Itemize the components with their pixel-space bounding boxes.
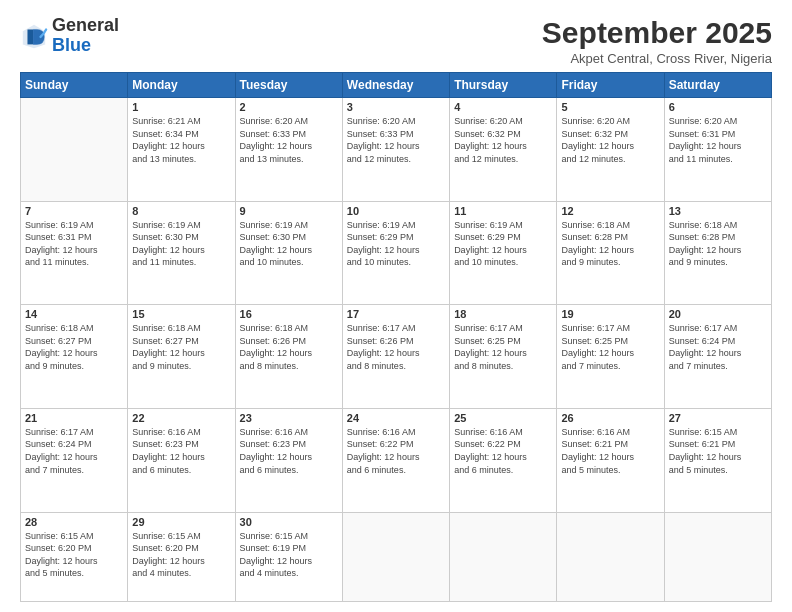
- table-row: 8Sunrise: 6:19 AMSunset: 6:30 PMDaylight…: [128, 201, 235, 305]
- day-info: Sunrise: 6:18 AMSunset: 6:28 PMDaylight:…: [669, 219, 767, 269]
- day-number: 5: [561, 101, 659, 113]
- table-row: 1Sunrise: 6:21 AMSunset: 6:34 PMDaylight…: [128, 98, 235, 202]
- table-row: 17Sunrise: 6:17 AMSunset: 6:26 PMDayligh…: [342, 305, 449, 409]
- day-number: 19: [561, 308, 659, 320]
- day-info: Sunrise: 6:19 AMSunset: 6:31 PMDaylight:…: [25, 219, 123, 269]
- day-info: Sunrise: 6:19 AMSunset: 6:30 PMDaylight:…: [240, 219, 338, 269]
- col-monday: Monday: [128, 73, 235, 98]
- table-row: 16Sunrise: 6:18 AMSunset: 6:26 PMDayligh…: [235, 305, 342, 409]
- table-row: 27Sunrise: 6:15 AMSunset: 6:21 PMDayligh…: [664, 408, 771, 512]
- day-number: 2: [240, 101, 338, 113]
- day-info: Sunrise: 6:21 AMSunset: 6:34 PMDaylight:…: [132, 115, 230, 165]
- day-info: Sunrise: 6:18 AMSunset: 6:26 PMDaylight:…: [240, 322, 338, 372]
- table-row: 15Sunrise: 6:18 AMSunset: 6:27 PMDayligh…: [128, 305, 235, 409]
- day-info: Sunrise: 6:18 AMSunset: 6:27 PMDaylight:…: [132, 322, 230, 372]
- day-info: Sunrise: 6:18 AMSunset: 6:28 PMDaylight:…: [561, 219, 659, 269]
- day-info: Sunrise: 6:17 AMSunset: 6:25 PMDaylight:…: [561, 322, 659, 372]
- main-title: September 2025: [542, 16, 772, 49]
- subtitle: Akpet Central, Cross River, Nigeria: [542, 51, 772, 66]
- col-thursday: Thursday: [450, 73, 557, 98]
- calendar-table: Sunday Monday Tuesday Wednesday Thursday…: [20, 72, 772, 602]
- day-number: 30: [240, 516, 338, 528]
- logo: General Blue: [20, 16, 119, 56]
- day-number: 21: [25, 412, 123, 424]
- page: General Blue September 2025 Akpet Centra…: [0, 0, 792, 612]
- col-saturday: Saturday: [664, 73, 771, 98]
- day-info: Sunrise: 6:20 AMSunset: 6:33 PMDaylight:…: [347, 115, 445, 165]
- day-number: 29: [132, 516, 230, 528]
- table-row: 13Sunrise: 6:18 AMSunset: 6:28 PMDayligh…: [664, 201, 771, 305]
- table-row: [557, 512, 664, 602]
- day-number: 14: [25, 308, 123, 320]
- table-row: 2Sunrise: 6:20 AMSunset: 6:33 PMDaylight…: [235, 98, 342, 202]
- day-info: Sunrise: 6:16 AMSunset: 6:22 PMDaylight:…: [454, 426, 552, 476]
- day-number: 9: [240, 205, 338, 217]
- day-info: Sunrise: 6:18 AMSunset: 6:27 PMDaylight:…: [25, 322, 123, 372]
- day-number: 28: [25, 516, 123, 528]
- day-number: 16: [240, 308, 338, 320]
- header: General Blue September 2025 Akpet Centra…: [20, 16, 772, 66]
- title-block: September 2025 Akpet Central, Cross Rive…: [542, 16, 772, 66]
- day-info: Sunrise: 6:16 AMSunset: 6:23 PMDaylight:…: [132, 426, 230, 476]
- day-info: Sunrise: 6:20 AMSunset: 6:31 PMDaylight:…: [669, 115, 767, 165]
- table-row: 4Sunrise: 6:20 AMSunset: 6:32 PMDaylight…: [450, 98, 557, 202]
- table-row: 21Sunrise: 6:17 AMSunset: 6:24 PMDayligh…: [21, 408, 128, 512]
- day-number: 25: [454, 412, 552, 424]
- day-info: Sunrise: 6:17 AMSunset: 6:24 PMDaylight:…: [669, 322, 767, 372]
- day-number: 13: [669, 205, 767, 217]
- table-row: 26Sunrise: 6:16 AMSunset: 6:21 PMDayligh…: [557, 408, 664, 512]
- day-info: Sunrise: 6:16 AMSunset: 6:21 PMDaylight:…: [561, 426, 659, 476]
- day-info: Sunrise: 6:15 AMSunset: 6:21 PMDaylight:…: [669, 426, 767, 476]
- day-number: 3: [347, 101, 445, 113]
- table-row: 24Sunrise: 6:16 AMSunset: 6:22 PMDayligh…: [342, 408, 449, 512]
- day-number: 12: [561, 205, 659, 217]
- col-tuesday: Tuesday: [235, 73, 342, 98]
- day-number: 24: [347, 412, 445, 424]
- day-info: Sunrise: 6:19 AMSunset: 6:30 PMDaylight:…: [132, 219, 230, 269]
- table-row: [450, 512, 557, 602]
- logo-text: General Blue: [52, 16, 119, 56]
- table-row: 20Sunrise: 6:17 AMSunset: 6:24 PMDayligh…: [664, 305, 771, 409]
- day-number: 27: [669, 412, 767, 424]
- logo-general: General: [52, 15, 119, 35]
- table-row: [342, 512, 449, 602]
- table-row: 10Sunrise: 6:19 AMSunset: 6:29 PMDayligh…: [342, 201, 449, 305]
- day-info: Sunrise: 6:17 AMSunset: 6:24 PMDaylight:…: [25, 426, 123, 476]
- header-row: Sunday Monday Tuesday Wednesday Thursday…: [21, 73, 772, 98]
- day-info: Sunrise: 6:15 AMSunset: 6:20 PMDaylight:…: [25, 530, 123, 580]
- day-info: Sunrise: 6:20 AMSunset: 6:32 PMDaylight:…: [454, 115, 552, 165]
- day-number: 10: [347, 205, 445, 217]
- day-number: 23: [240, 412, 338, 424]
- table-row: 12Sunrise: 6:18 AMSunset: 6:28 PMDayligh…: [557, 201, 664, 305]
- table-row: 23Sunrise: 6:16 AMSunset: 6:23 PMDayligh…: [235, 408, 342, 512]
- day-info: Sunrise: 6:15 AMSunset: 6:20 PMDaylight:…: [132, 530, 230, 580]
- table-row: [664, 512, 771, 602]
- day-number: 22: [132, 412, 230, 424]
- day-number: 1: [132, 101, 230, 113]
- col-wednesday: Wednesday: [342, 73, 449, 98]
- table-row: 30Sunrise: 6:15 AMSunset: 6:19 PMDayligh…: [235, 512, 342, 602]
- day-number: 7: [25, 205, 123, 217]
- day-info: Sunrise: 6:17 AMSunset: 6:25 PMDaylight:…: [454, 322, 552, 372]
- day-number: 4: [454, 101, 552, 113]
- day-number: 6: [669, 101, 767, 113]
- day-info: Sunrise: 6:19 AMSunset: 6:29 PMDaylight:…: [347, 219, 445, 269]
- table-row: 3Sunrise: 6:20 AMSunset: 6:33 PMDaylight…: [342, 98, 449, 202]
- day-number: 26: [561, 412, 659, 424]
- table-row: 7Sunrise: 6:19 AMSunset: 6:31 PMDaylight…: [21, 201, 128, 305]
- day-info: Sunrise: 6:16 AMSunset: 6:23 PMDaylight:…: [240, 426, 338, 476]
- table-row: 19Sunrise: 6:17 AMSunset: 6:25 PMDayligh…: [557, 305, 664, 409]
- day-number: 11: [454, 205, 552, 217]
- table-row: 29Sunrise: 6:15 AMSunset: 6:20 PMDayligh…: [128, 512, 235, 602]
- day-number: 8: [132, 205, 230, 217]
- day-number: 18: [454, 308, 552, 320]
- table-row: 14Sunrise: 6:18 AMSunset: 6:27 PMDayligh…: [21, 305, 128, 409]
- col-sunday: Sunday: [21, 73, 128, 98]
- table-row: 28Sunrise: 6:15 AMSunset: 6:20 PMDayligh…: [21, 512, 128, 602]
- table-row: 9Sunrise: 6:19 AMSunset: 6:30 PMDaylight…: [235, 201, 342, 305]
- day-info: Sunrise: 6:15 AMSunset: 6:19 PMDaylight:…: [240, 530, 338, 580]
- table-row: 25Sunrise: 6:16 AMSunset: 6:22 PMDayligh…: [450, 408, 557, 512]
- table-row: 6Sunrise: 6:20 AMSunset: 6:31 PMDaylight…: [664, 98, 771, 202]
- day-info: Sunrise: 6:20 AMSunset: 6:33 PMDaylight:…: [240, 115, 338, 165]
- table-row: 22Sunrise: 6:16 AMSunset: 6:23 PMDayligh…: [128, 408, 235, 512]
